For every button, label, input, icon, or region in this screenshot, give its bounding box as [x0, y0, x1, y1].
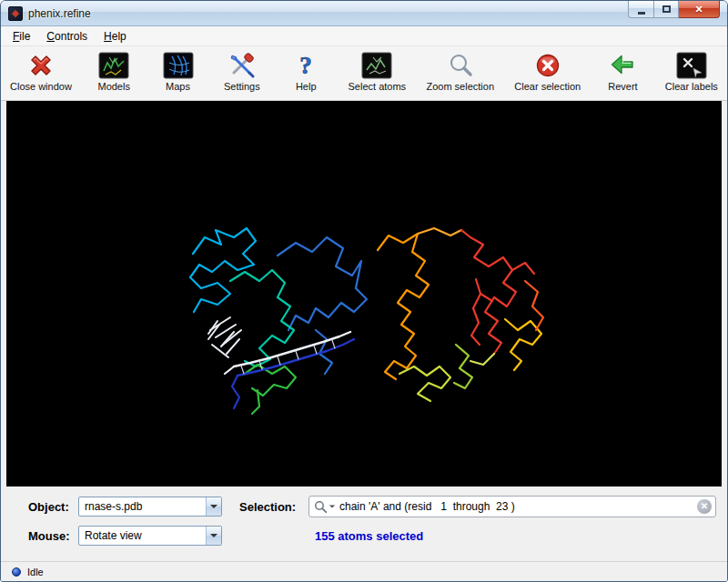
phenix-refine-window: phenix.refine ✕ File Controls Help Close…: [0, 0, 728, 582]
zoom-selection-button[interactable]: Zoom selection: [424, 50, 496, 93]
close-window-button[interactable]: Close window: [8, 50, 74, 93]
menu-controls[interactable]: Controls: [38, 28, 96, 45]
close-icon: ✕: [694, 4, 703, 15]
toolbar-label: Maps: [166, 81, 190, 92]
help-button[interactable]: ? Help: [282, 50, 329, 93]
titlebar[interactable]: phenix.refine ✕: [1, 1, 727, 26]
select-atoms-button[interactable]: Select atoms: [347, 50, 409, 93]
object-dropdown-value: rnase-s.pdb: [79, 497, 206, 516]
search-options-chevron-icon[interactable]: [329, 505, 335, 507]
revert-button[interactable]: Revert: [599, 50, 646, 93]
settings-button[interactable]: Settings: [218, 50, 266, 93]
help-icon: ?: [295, 51, 317, 80]
search-icon: [314, 500, 328, 514]
object-row: Object: rnase-s.pdb Selection: chain 'A'…: [28, 495, 716, 518]
selection-text[interactable]: chain 'A' and (resid 1 through 23 ): [339, 500, 515, 513]
toolbar-label: Help: [296, 81, 317, 92]
clear-text-icon: ✕: [701, 502, 708, 511]
toolbar-label: Select atoms: [349, 81, 407, 92]
maps-button[interactable]: Maps: [155, 50, 202, 93]
maps-icon: [163, 51, 194, 80]
menu-file[interactable]: File: [5, 28, 38, 45]
zoom-selection-icon: [447, 51, 474, 80]
clear-selection-icon: [534, 51, 561, 80]
mouse-mode-dropdown[interactable]: Rotate view: [78, 526, 222, 546]
toolbar-label: Models: [97, 81, 129, 92]
select-atoms-icon: [361, 51, 392, 80]
window-title: phenix.refine: [28, 7, 91, 20]
toolbar-label: Revert: [608, 81, 637, 92]
mouse-mode-value: Rotate view: [79, 527, 206, 545]
status-led-icon: [12, 567, 21, 577]
selection-input[interactable]: chain 'A' and (resid 1 through 23 ) ✕: [308, 496, 716, 517]
minimize-icon: [638, 12, 645, 15]
revert-icon: [609, 51, 636, 80]
chevron-down-icon: [210, 505, 217, 508]
chevron-down-icon: [210, 534, 217, 537]
app-icon: [8, 6, 23, 21]
mouse-row: Mouse: Rotate view 155 atoms selected: [28, 524, 716, 547]
close-button[interactable]: ✕: [679, 1, 720, 18]
menu-help[interactable]: Help: [96, 28, 135, 45]
clear-text-button[interactable]: ✕: [697, 499, 712, 514]
toolbar-label: Clear labels: [665, 81, 718, 92]
selection-label: Selection:: [239, 500, 308, 514]
clear-selection-button[interactable]: Clear selection: [512, 50, 582, 93]
window-controls: ✕: [628, 1, 720, 18]
object-dropdown-arrow[interactable]: [206, 497, 221, 516]
molecule-render: [6, 101, 722, 487]
toolbar-label: Clear selection: [514, 81, 581, 92]
mouse-label: Mouse:: [28, 529, 78, 543]
3d-viewport[interactable]: [6, 101, 722, 487]
controls-panel: Object: rnase-s.pdb Selection: chain 'A'…: [1, 487, 727, 561]
menubar: File Controls Help: [1, 26, 727, 46]
toolbar-label: Close window: [10, 81, 72, 92]
maximize-icon: [662, 5, 671, 13]
settings-icon: [228, 51, 257, 80]
status-text: Idle: [27, 567, 44, 577]
close-window-icon: [27, 51, 55, 80]
models-icon: [98, 51, 129, 80]
models-button[interactable]: Models: [90, 50, 137, 93]
mouse-dropdown-arrow[interactable]: [206, 527, 221, 545]
clear-labels-icon: [676, 51, 707, 80]
atoms-selected-status: 155 atoms selected: [315, 529, 423, 543]
object-label: Object:: [28, 500, 78, 514]
clear-labels-button[interactable]: Clear labels: [663, 50, 720, 93]
svg-text:?: ?: [299, 52, 312, 79]
toolbar-label: Zoom selection: [426, 81, 494, 92]
maximize-button[interactable]: [654, 1, 679, 18]
toolbar-label: Settings: [224, 81, 260, 92]
statusbar: Idle: [1, 561, 727, 581]
toolbar: Close window Models Maps: [1, 46, 727, 101]
minimize-button[interactable]: [628, 1, 654, 18]
object-dropdown[interactable]: rnase-s.pdb: [78, 497, 222, 517]
